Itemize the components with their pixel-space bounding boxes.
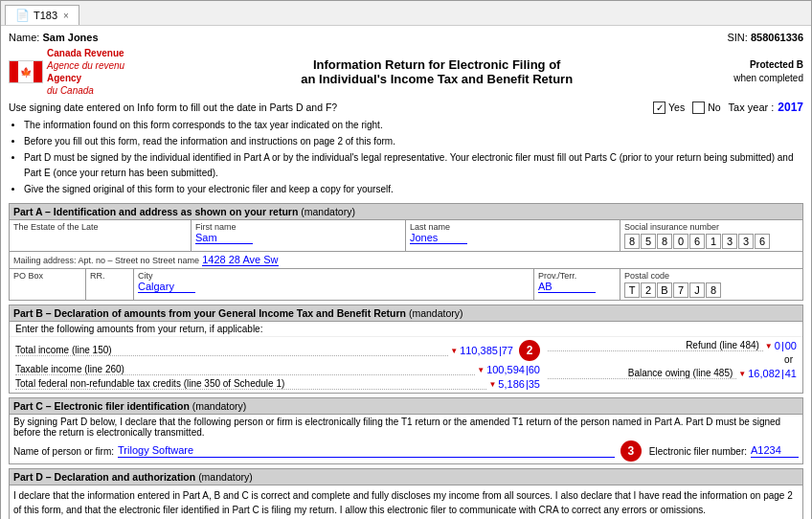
yes-check-box[interactable]: ✓ [653, 102, 665, 114]
part-c-body: By signing Part D below, I declare that … [10, 415, 802, 463]
refund-label: Refund (line 484) [548, 340, 763, 351]
part-d-header: Part D – Declaration and authorization (… [10, 469, 802, 485]
bullet-1: The information found on this form corre… [24, 118, 803, 133]
taxable-income-arrow: ▼ [477, 366, 485, 374]
sin-row: SIN: 858061336 [727, 32, 803, 43]
sin-box-1: 8 [624, 234, 640, 249]
refund-main: 0 [775, 340, 780, 351]
yes-no-section: ✓ Yes No [653, 102, 721, 114]
postal-box-6: 8 [706, 282, 721, 298]
bullet-2: Before you fill out this form, read the … [24, 134, 803, 149]
sin-box-2: 5 [641, 234, 656, 249]
no-checkbox[interactable]: No [692, 102, 720, 114]
tab-label: T183 [34, 10, 57, 21]
city-row: PO Box RR. City Calgary Prov./Terr. AB P… [10, 269, 802, 300]
part-a-header: Part A – Identification and address as s… [10, 204, 802, 220]
firm-value: Trilogy Software [118, 444, 615, 458]
balance-label: Balance owing (line 485) [548, 368, 736, 379]
badge-3: 3 [620, 440, 642, 462]
total-income-label: Total income (line 150) [15, 345, 448, 356]
balance-arrow: ▼ [738, 370, 746, 378]
taxable-income-label: Taxable income (line 260) [15, 364, 475, 375]
bullet-4: Give the signed original of this form to… [24, 182, 803, 197]
part-c-header: Part C – Electronic filer identification… [10, 398, 802, 415]
name-row: Name: Sam Jones [9, 32, 99, 43]
total-income-main: 110,385 [460, 345, 498, 356]
refund-dec: 00 [785, 340, 797, 351]
sin-box-8: 3 [738, 234, 754, 249]
rr-field: RR. [86, 269, 134, 300]
part-d: Part D – Declaration and authorization (… [9, 468, 803, 519]
credits-main: 5,186 [498, 378, 525, 390]
postal-box-3: B [657, 282, 672, 298]
balance-dec: 41 [785, 368, 797, 379]
mailing-address-field: Mailing address: Apt. no – Street no Str… [10, 252, 802, 269]
instructions-list: The information found on this form corre… [9, 118, 803, 197]
part-b-header: Part B – Declaration of amounts from you… [10, 305, 802, 322]
city-field[interactable]: City Calgary [134, 269, 534, 300]
credits-arrow: ▼ [488, 380, 496, 389]
income-right-col: Refund (line 484) ▼ 0 | 00 or Balance ow… [548, 340, 797, 390]
signing-text: Use signing date entered on Info form to… [9, 102, 653, 113]
part-b: Part B – Declaration of amounts from you… [9, 305, 803, 394]
postal-field: Postal code T 2 B 7 J 8 [620, 269, 802, 300]
last-name-field[interactable]: Last name Jones [406, 220, 620, 251]
sin-box-4: 0 [673, 234, 688, 249]
protected-label: Protected B when completed [733, 58, 803, 85]
document-icon: 📄 [15, 9, 30, 22]
estate-field: The Estate of the Late [10, 220, 192, 251]
credits-dec: 35 [529, 378, 540, 390]
credits-label: Total federal non-refundable tax credits… [15, 378, 486, 390]
sin-box-7: 3 [722, 234, 737, 249]
sin-value: 858061336 [751, 32, 803, 43]
prov-field[interactable]: Prov./Terr. AB [534, 269, 620, 300]
sin-box-6: 1 [706, 234, 721, 249]
part-b-intro: Enter the following amounts from your re… [10, 322, 802, 337]
postal-box-1: T [624, 282, 640, 298]
tab-close-button[interactable]: × [63, 11, 69, 21]
bullet-3: Part D must be signed by the individual … [24, 150, 803, 181]
income-left-col: Total income (line 150) ▼ 110,385 | 77 2… [15, 340, 548, 390]
tax-year: Tax year : 2017 [729, 101, 803, 114]
sin-label: SIN: [727, 32, 747, 43]
postal-box-5: J [689, 282, 705, 298]
postal-box-2: 2 [641, 282, 656, 298]
balance-sep: | [781, 368, 784, 379]
part-d-body: I declare that the information entered i… [10, 485, 802, 519]
sin-boxes-field: Social insurance number 8 5 8 0 6 1 3 3 … [620, 220, 802, 251]
badge-2: 2 [519, 340, 540, 361]
taxable-income-dec: 60 [529, 364, 540, 375]
part-c: Part C – Electronic filer identification… [9, 397, 803, 464]
first-name-field[interactable]: First name Sam [192, 220, 406, 251]
part-c-fields: Name of person or firm: Trilogy Software… [13, 440, 799, 462]
name-label: Name: [9, 32, 39, 43]
sin-box-3: 8 [657, 234, 672, 249]
balance-main: 16,082 [748, 368, 780, 379]
efiler-value: A1234 [751, 444, 799, 458]
t183-tab[interactable]: 📄 T183 × [5, 5, 79, 25]
sin-box-5: 6 [689, 234, 705, 249]
taxable-income-main: 100,594 [486, 364, 525, 375]
total-income-dec: 77 [502, 345, 513, 356]
canada-logo: 🍁 Canada Revenue Agence du revenu Agency… [9, 47, 124, 97]
pobox-field: PO Box [10, 269, 86, 300]
or-text: or [548, 354, 797, 365]
no-check-box[interactable] [692, 102, 705, 114]
total-income-arrow: ▼ [450, 347, 458, 355]
sin-box-9: 6 [755, 234, 770, 249]
yes-checkbox[interactable]: ✓ Yes [653, 102, 685, 114]
postal-box-4: 7 [673, 282, 688, 298]
name-value: Sam Jones [42, 32, 98, 43]
refund-arrow: ▼ [765, 342, 773, 350]
refund-sep: | [781, 340, 784, 351]
form-title: Information Return for Electronic Filing… [140, 57, 733, 86]
agency-text: Canada Revenue Agence du revenu Agency d… [47, 47, 124, 97]
part-a: Part A – Identification and address as s… [9, 203, 803, 301]
